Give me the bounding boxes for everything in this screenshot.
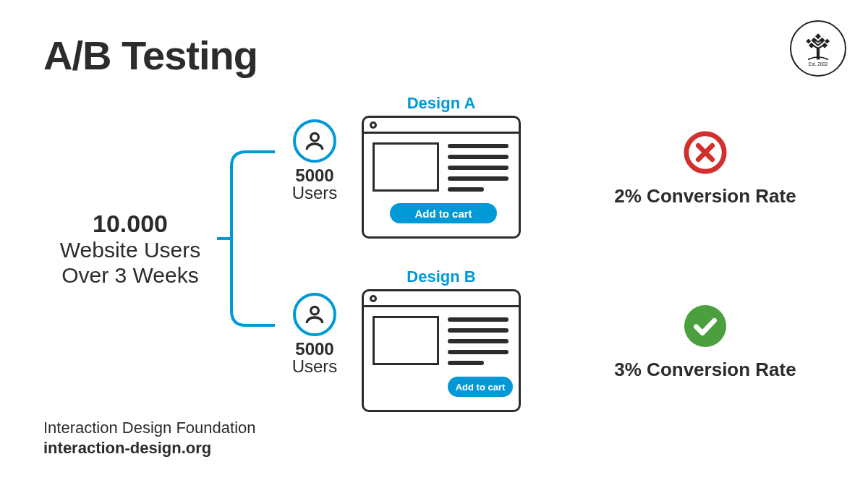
svg-rect-3 — [811, 38, 817, 43]
idf-logo: Est. 2002 — [790, 20, 846, 77]
footer-site: interaction-design.org — [43, 438, 256, 459]
person-icon — [303, 129, 326, 153]
split-connector — [217, 137, 275, 340]
total-users-text: 10.000 Website Users Over 3 Weeks — [43, 210, 217, 288]
svg-rect-5 — [815, 33, 821, 39]
svg-point-12 — [684, 305, 726, 347]
design-a-label: Design A — [369, 94, 514, 113]
svg-point-10 — [311, 307, 319, 314]
branch-a-result: 2% Conversion Rate — [586, 130, 825, 207]
user-icon — [293, 293, 336, 336]
svg-rect-7 — [825, 39, 830, 44]
image-placeholder — [373, 316, 439, 365]
footer-org: Interaction Design Foundation — [43, 418, 256, 439]
branch-b-conversion-rate: 3% Conversion Rate — [586, 359, 825, 381]
branch-b-user-label: Users — [282, 358, 347, 375]
add-to-cart-button[interactable]: Add to cart — [390, 203, 497, 223]
svg-rect-6 — [806, 39, 811, 44]
svg-rect-4 — [820, 38, 825, 43]
branch-a-user-label: Users — [282, 184, 347, 202]
design-a-mockup: Add to cart — [362, 116, 521, 239]
window-titlebar — [364, 291, 519, 307]
window-titlebar — [364, 118, 519, 134]
total-users-line2: Over 3 Weeks — [43, 263, 217, 288]
branch-a-conversion-rate: 2% Conversion Rate — [586, 185, 825, 207]
svg-rect-0 — [817, 48, 820, 59]
svg-point-9 — [311, 133, 319, 141]
window-dot-icon — [370, 295, 377, 302]
svg-rect-1 — [809, 43, 814, 48]
image-placeholder — [373, 142, 439, 192]
svg-rect-2 — [822, 43, 827, 48]
person-icon — [303, 303, 326, 326]
design-b-mockup: Add to cart — [362, 289, 521, 412]
footer: Interaction Design Foundation interactio… — [43, 418, 256, 459]
user-icon — [293, 119, 336, 163]
fail-icon — [683, 130, 728, 175]
branch-b-result: 3% Conversion Rate — [586, 304, 825, 381]
text-lines — [448, 317, 509, 372]
branch-b-users: 5000 Users — [282, 293, 347, 375]
page-title: A/B Testing — [43, 32, 258, 79]
branch-b-user-count: 5000 — [282, 341, 347, 358]
window-dot-icon — [370, 121, 377, 129]
success-icon — [683, 304, 728, 348]
tree-icon: Est. 2002 — [793, 23, 843, 74]
design-b-label: Design B — [369, 267, 514, 286]
branch-a-user-count: 5000 — [282, 167, 347, 184]
text-lines — [448, 144, 509, 198]
svg-text:Est. 2002: Est. 2002 — [809, 61, 828, 67]
total-users-number: 10.000 — [43, 210, 217, 238]
total-users-line1: Website Users — [43, 238, 217, 263]
branch-a-users: 5000 Users — [282, 119, 347, 202]
add-to-cart-button[interactable]: Add to cart — [448, 377, 513, 397]
